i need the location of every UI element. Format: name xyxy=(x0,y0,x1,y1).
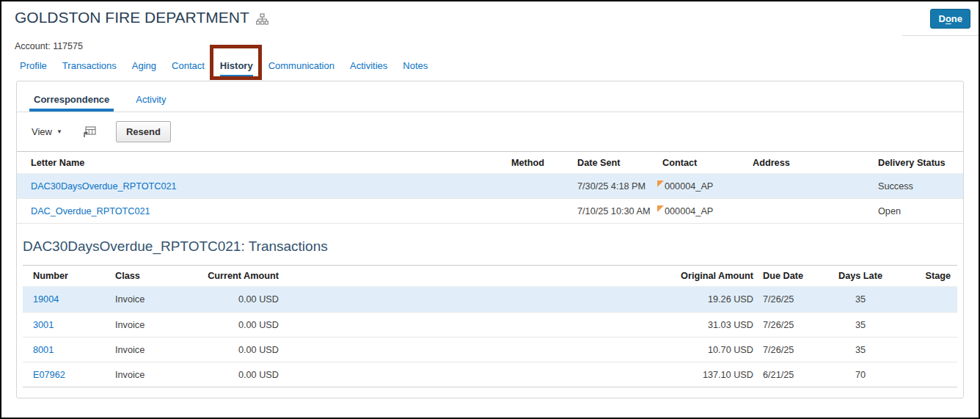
resend-button[interactable]: Resend xyxy=(116,121,171,142)
done-button[interactable]: Done xyxy=(930,9,970,29)
contact-cell: 000004_AP xyxy=(662,206,753,216)
letters-col-header-address: Address xyxy=(753,158,878,168)
letter-name-cell: DAC30DaysOverdue_RPTOTC021 xyxy=(17,181,511,192)
history-subtabs: CorrespondenceActivity xyxy=(17,81,963,112)
correspondence-toolbar: View ▼ Resend xyxy=(17,112,963,152)
view-menu-button[interactable]: View ▼ xyxy=(32,126,62,137)
letters-col-header-contact: Contact xyxy=(662,158,753,168)
number-cell: 3001 xyxy=(23,320,115,330)
tab-communication[interactable]: Communication xyxy=(268,60,334,78)
txn-col-header-days-late: Days Late xyxy=(816,271,904,281)
page-title: GOLDSTON FIRE DEPARTMENT xyxy=(15,9,964,26)
letters-table-body: DAC30DaysOverdue_RPTOTC0217/30/25 4:18 P… xyxy=(17,174,963,224)
tab-aging[interactable]: Aging xyxy=(132,60,156,78)
delivery-status-cell: Success xyxy=(878,181,963,192)
number-cell: 19004 xyxy=(23,294,115,305)
orange-corner-flag-icon xyxy=(657,205,664,212)
header-divider xyxy=(902,35,979,36)
current-amount-cell: 0.00 USD xyxy=(197,320,279,330)
account-number: 117575 xyxy=(53,41,83,51)
transactions-table-header: NumberClassCurrent AmountOriginal Amount… xyxy=(23,266,957,287)
letter-row[interactable]: DAC_Overdue_RPTOTC0217/10/25 10:30 AM000… xyxy=(17,199,963,224)
letters-col-header-method: Method xyxy=(511,158,577,168)
subtab-activity[interactable]: Activity xyxy=(131,94,170,112)
date-sent-cell: 7/30/25 4:18 PM xyxy=(577,181,662,192)
contact-cell: 000004_AP xyxy=(662,181,753,192)
transaction-row[interactable]: E07962Invoice0.00 USD137.10 USD6/21/2570 xyxy=(23,362,957,387)
detach-table-icon[interactable] xyxy=(83,126,96,138)
letter-row[interactable]: DAC30DaysOverdue_RPTOTC0217/30/25 4:18 P… xyxy=(17,174,963,199)
transaction-number-link[interactable]: 8001 xyxy=(33,345,54,355)
txn-col-header-stage: Stage xyxy=(904,271,957,281)
history-panel: CorrespondenceActivity View ▼ Resend Let… xyxy=(16,81,964,398)
original-amount-cell: 19.26 USD xyxy=(279,294,753,305)
subtab-correspondence[interactable]: Correspondence xyxy=(29,94,114,112)
tab-history[interactable]: History xyxy=(220,60,253,78)
days-late-cell: 70 xyxy=(816,370,904,380)
current-amount-cell: 0.00 USD xyxy=(197,345,279,355)
done-label-prefix: D xyxy=(938,13,945,24)
delivery-status-cell: Open xyxy=(878,206,963,216)
number-cell: 8001 xyxy=(23,345,115,355)
due-date-cell: 7/26/25 xyxy=(753,320,816,330)
orange-corner-flag-icon xyxy=(657,181,664,187)
transactions-section-title: DAC30DaysOverdue_RPTOTC021: Transactions xyxy=(23,238,963,255)
class-cell: Invoice xyxy=(115,294,197,305)
letter-name-link[interactable]: DAC_Overdue_RPTOTC021 xyxy=(31,206,150,216)
days-late-cell: 35 xyxy=(816,294,904,305)
original-amount-cell: 10.70 USD xyxy=(279,345,753,355)
contact-value: 000004_AP xyxy=(665,206,713,216)
letter-name-cell: DAC_Overdue_RPTOTC021 xyxy=(17,206,511,216)
letters-table: Letter NameMethodDate SentContactAddress… xyxy=(17,152,963,224)
tab-activities[interactable]: Activities xyxy=(350,60,387,78)
org-chart-icon[interactable] xyxy=(256,13,268,25)
class-cell: Invoice xyxy=(115,345,197,355)
class-cell: Invoice xyxy=(115,370,197,380)
transaction-row[interactable]: 8001Invoice0.00 USD10.70 USD7/26/2535 xyxy=(23,337,957,362)
date-sent-cell: 7/10/25 10:30 AM xyxy=(577,206,662,216)
transaction-number-link[interactable]: 3001 xyxy=(33,320,54,330)
account-line: Account: 117575 xyxy=(15,41,979,51)
current-amount-cell: 0.00 USD xyxy=(197,370,279,380)
transaction-row[interactable]: 3001Invoice0.00 USD31.03 USD7/26/2535 xyxy=(23,312,957,337)
chevron-down-icon: ▼ xyxy=(56,129,62,135)
letters-col-header-date-sent: Date Sent xyxy=(577,158,662,168)
txn-col-header-due-date: Due Date xyxy=(753,271,816,281)
txn-col-header-class: Class xyxy=(115,271,197,281)
txn-col-header-current-amount: Current Amount xyxy=(197,271,279,281)
transaction-number-link[interactable]: E07962 xyxy=(33,370,65,380)
days-late-cell: 35 xyxy=(816,320,904,330)
transactions-table: NumberClassCurrent AmountOriginal Amount… xyxy=(23,265,957,387)
transactions-table-body: 19004Invoice0.00 USD19.26 USD7/26/253530… xyxy=(23,287,957,387)
letter-name-link[interactable]: DAC30DaysOverdue_RPTOTC021 xyxy=(31,181,177,192)
original-amount-cell: 137.10 USD xyxy=(279,370,753,380)
class-cell: Invoice xyxy=(115,320,197,330)
main-tabs: ProfileTransactionsAgingContactHistoryCo… xyxy=(20,60,979,78)
contact-value: 000004_AP xyxy=(665,181,713,192)
due-date-cell: 7/26/25 xyxy=(753,345,816,355)
tab-transactions[interactable]: Transactions xyxy=(62,60,117,78)
original-amount-cell: 31.03 USD xyxy=(279,320,753,330)
number-cell: E07962 xyxy=(23,370,115,380)
account-label: Account: xyxy=(15,41,51,51)
letters-col-header-delivery-status: Delivery Status xyxy=(878,158,963,168)
tab-profile[interactable]: Profile xyxy=(20,60,47,78)
txn-col-header-number: Number xyxy=(23,271,115,281)
transaction-number-link[interactable]: 19004 xyxy=(33,294,59,305)
due-date-cell: 6/21/25 xyxy=(753,370,816,380)
done-label-accesskey: o xyxy=(946,13,951,24)
letters-col-header-letter-name: Letter Name xyxy=(17,158,511,168)
letters-table-header: Letter NameMethodDate SentContactAddress… xyxy=(17,152,963,174)
tab-notes[interactable]: Notes xyxy=(403,60,428,78)
days-late-cell: 35 xyxy=(816,345,904,355)
txn-col-header-original-amount: Original Amount xyxy=(279,271,753,281)
due-date-cell: 7/26/25 xyxy=(753,294,816,305)
tab-contact[interactable]: Contact xyxy=(172,60,205,78)
transaction-row[interactable]: 19004Invoice0.00 USD19.26 USD7/26/2535 xyxy=(23,287,957,312)
current-amount-cell: 0.00 USD xyxy=(197,294,279,305)
view-menu-label: View xyxy=(32,126,52,137)
page-header: GOLDSTON FIRE DEPARTMENT Done xyxy=(1,1,979,26)
done-label-suffix: ne xyxy=(951,13,962,24)
customer-name: GOLDSTON FIRE DEPARTMENT xyxy=(15,9,249,26)
app-window: GOLDSTON FIRE DEPARTMENT Done Account: 1… xyxy=(0,0,980,419)
